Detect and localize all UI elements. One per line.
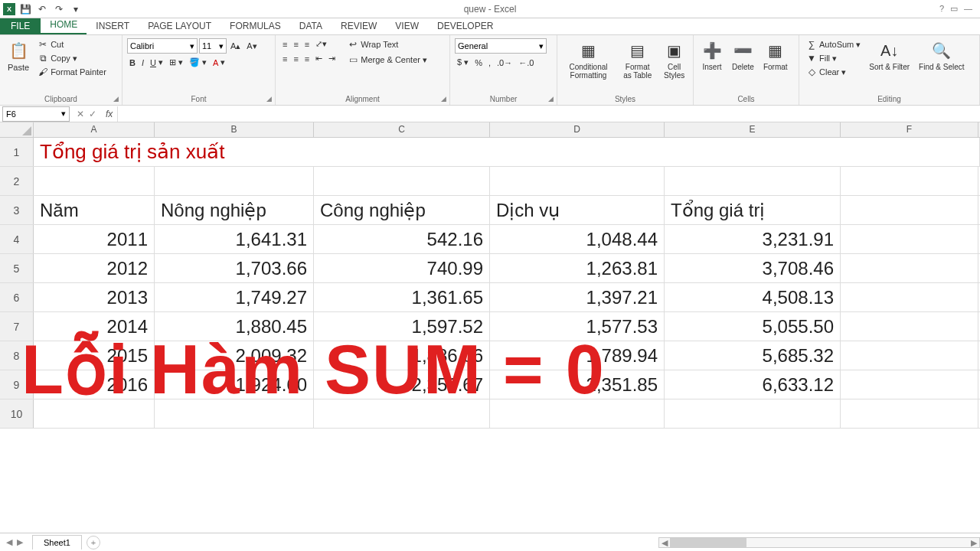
row-header[interactable]: 2 bbox=[0, 167, 34, 195]
decrease-indent-button[interactable]: ⇤ bbox=[313, 53, 325, 64]
cut-button[interactable]: ✂Cut bbox=[35, 38, 109, 51]
col-header-E[interactable]: E bbox=[665, 122, 841, 137]
name-box[interactable]: F6▾ bbox=[2, 106, 70, 122]
cell[interactable] bbox=[490, 399, 665, 428]
cell[interactable]: 1,924.60 bbox=[155, 370, 314, 399]
underline-button[interactable]: U ▾ bbox=[148, 57, 165, 68]
cell[interactable]: Dịch vụ bbox=[490, 196, 665, 224]
cell[interactable] bbox=[841, 341, 978, 370]
save-icon[interactable]: 💾 bbox=[18, 2, 32, 16]
cell[interactable]: 2012 bbox=[34, 254, 155, 282]
qat-more-icon[interactable]: ▾ bbox=[69, 2, 83, 16]
sort-filter-button[interactable]: A↓Sort & Filter bbox=[866, 38, 913, 73]
row-header[interactable]: 5 bbox=[0, 254, 34, 282]
merge-center-button[interactable]: ▭Merge & Center ▾ bbox=[345, 54, 430, 66]
cell[interactable]: Tổng giá trị bbox=[665, 196, 841, 224]
cell[interactable] bbox=[841, 399, 978, 428]
format-painter-button[interactable]: 🖌Format Painter bbox=[35, 66, 109, 78]
cell[interactable]: 1,641.31 bbox=[155, 225, 314, 253]
scroll-right-icon[interactable]: ▶ bbox=[969, 538, 979, 547]
shrink-font-button[interactable]: A▾ bbox=[244, 41, 259, 52]
align-bottom-button[interactable]: ≡ bbox=[302, 39, 312, 50]
col-header-D[interactable]: D bbox=[490, 122, 665, 137]
cell[interactable] bbox=[314, 167, 490, 195]
cell[interactable] bbox=[490, 138, 980, 166]
conditional-formatting-button[interactable]: ▦Conditional Formatting bbox=[562, 38, 615, 81]
select-all-button[interactable] bbox=[0, 122, 34, 137]
cell[interactable]: 3,708.46 bbox=[665, 254, 841, 282]
autosum-button[interactable]: ∑AutoSum ▾ bbox=[804, 38, 863, 51]
number-launcher-icon[interactable]: ◢ bbox=[546, 94, 555, 103]
cell[interactable]: 2016 bbox=[34, 370, 155, 399]
redo-icon[interactable]: ↷ bbox=[52, 2, 66, 16]
copy-button[interactable]: ⧉Copy ▾ bbox=[35, 52, 109, 64]
paste-button[interactable]: 📋 Paste bbox=[5, 38, 32, 73]
cell[interactable] bbox=[841, 167, 978, 195]
cell[interactable] bbox=[841, 312, 978, 341]
row-header[interactable]: 7 bbox=[0, 312, 34, 341]
bold-button[interactable]: B bbox=[127, 57, 138, 68]
align-top-button[interactable]: ≡ bbox=[280, 39, 289, 50]
sheet-nav-next-icon[interactable]: ▶ bbox=[17, 537, 23, 547]
clipboard-launcher-icon[interactable]: ◢ bbox=[111, 94, 120, 103]
row-header[interactable]: 9 bbox=[0, 370, 34, 399]
cell[interactable] bbox=[314, 399, 490, 428]
increase-decimal-button[interactable]: .0→ bbox=[495, 57, 514, 68]
sheet-nav-prev-icon[interactable]: ◀ bbox=[6, 537, 12, 547]
cell[interactable] bbox=[34, 167, 155, 195]
scroll-thumb[interactable] bbox=[670, 538, 746, 547]
cell[interactable] bbox=[841, 225, 978, 253]
font-name-combo[interactable]: Calibri▾ bbox=[127, 38, 198, 54]
cell[interactable]: 2,356.67 bbox=[314, 370, 490, 399]
col-header-B[interactable]: B bbox=[155, 122, 314, 137]
fx-icon[interactable]: fx bbox=[101, 109, 117, 119]
horizontal-scrollbar[interactable]: ◀ ▶ bbox=[658, 537, 980, 548]
cell[interactable] bbox=[841, 370, 978, 399]
cell[interactable]: 2013 bbox=[34, 283, 155, 311]
tab-home[interactable]: HOME bbox=[41, 16, 87, 34]
cell[interactable]: Công nghiệp bbox=[314, 196, 490, 224]
cell[interactable]: 2014 bbox=[34, 312, 155, 341]
border-button[interactable]: ⊞ ▾ bbox=[167, 57, 185, 68]
cell[interactable]: 1,749.27 bbox=[155, 283, 314, 311]
add-sheet-button[interactable]: + bbox=[87, 536, 100, 549]
cell[interactable]: Tổng giá trị sản xuất bbox=[34, 138, 490, 166]
accounting-button[interactable]: $ ▾ bbox=[455, 57, 471, 68]
percent-button[interactable]: % bbox=[472, 57, 485, 68]
minimize-icon[interactable]: — bbox=[964, 4, 972, 14]
tab-formulas[interactable]: FORMULAS bbox=[220, 18, 290, 34]
italic-button[interactable]: I bbox=[139, 57, 146, 68]
col-header-A[interactable]: A bbox=[34, 122, 155, 137]
cell[interactable]: 1,048.44 bbox=[490, 225, 665, 253]
cell[interactable]: 2,009.32 bbox=[155, 341, 314, 370]
clear-button[interactable]: ◇Clear ▾ bbox=[804, 66, 863, 78]
cell[interactable]: 1,703.66 bbox=[155, 254, 314, 282]
cell[interactable]: 1,886.06 bbox=[314, 341, 490, 370]
cell[interactable]: 2,351.85 bbox=[490, 370, 665, 399]
row-header[interactable]: 4 bbox=[0, 225, 34, 253]
cell[interactable] bbox=[155, 399, 314, 428]
cell[interactable] bbox=[34, 399, 155, 428]
help-icon[interactable]: ? bbox=[939, 4, 944, 14]
row-header[interactable]: 1 bbox=[0, 138, 34, 166]
delete-cells-button[interactable]: ➖Delete bbox=[729, 38, 757, 73]
enter-formula-icon[interactable]: ✓ bbox=[89, 109, 96, 119]
tab-review[interactable]: REVIEW bbox=[332, 18, 386, 34]
cell[interactable]: 542.16 bbox=[314, 225, 490, 253]
fill-button[interactable]: ▼Fill ▾ bbox=[804, 52, 863, 64]
undo-icon[interactable]: ↶ bbox=[35, 2, 49, 16]
cell[interactable]: Năm bbox=[34, 196, 155, 224]
sheet-tab[interactable]: Sheet1 bbox=[32, 535, 82, 549]
cell[interactable]: 2011 bbox=[34, 225, 155, 253]
decrease-decimal-button[interactable]: ←.0 bbox=[516, 57, 536, 68]
cell[interactable] bbox=[841, 254, 978, 282]
align-left-button[interactable]: ≡ bbox=[280, 54, 289, 64]
insert-cells-button[interactable]: ➕Insert bbox=[698, 38, 726, 73]
find-select-button[interactable]: 🔍Find & Select bbox=[916, 38, 967, 73]
cell[interactable] bbox=[665, 399, 841, 428]
cell[interactable]: 4,508.13 bbox=[665, 283, 841, 311]
cell[interactable]: 5,685.32 bbox=[665, 341, 841, 370]
scroll-left-icon[interactable]: ◀ bbox=[659, 538, 670, 547]
font-size-combo[interactable]: 11▾ bbox=[199, 38, 227, 54]
cell[interactable] bbox=[490, 167, 665, 195]
